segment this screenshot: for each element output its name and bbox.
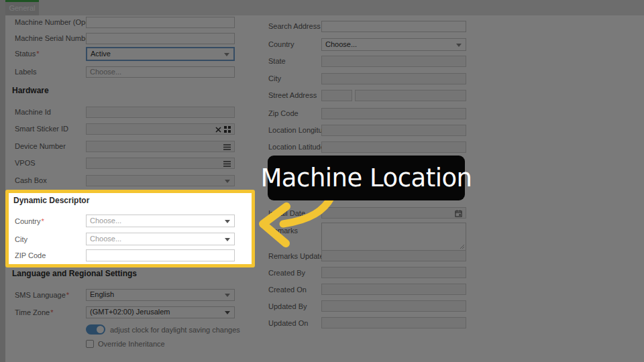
override-inheritance-checkbox[interactable]	[86, 340, 94, 348]
dst-toggle-label: adjust clock for daylight saving changes	[110, 324, 240, 336]
chevron-down-icon	[225, 311, 230, 314]
x-icon[interactable]	[215, 127, 221, 133]
status-select[interactable]: Active	[86, 47, 235, 61]
remarks-textarea[interactable]	[321, 223, 466, 251]
section-dynamic-descriptor: Dynamic Descriptor	[13, 196, 89, 205]
street-name-input[interactable]	[355, 90, 466, 101]
list-icon[interactable]	[223, 161, 231, 167]
latitude-input[interactable]	[321, 141, 466, 153]
section-hardware: Hardware	[12, 86, 49, 95]
chevron-down-icon	[225, 238, 230, 241]
chevron-down-icon	[224, 53, 229, 56]
dd-country-label: Country*	[15, 216, 44, 227]
country-label: Country	[268, 39, 294, 50]
install-date-label: Install Date	[268, 208, 305, 219]
sms-language-select[interactable]: English	[86, 289, 235, 301]
dd-city-select[interactable]: Choose...	[86, 233, 235, 245]
status-label: Status*	[15, 48, 39, 60]
machine-settings-page: General Machine Number (Operator) Machin…	[0, 0, 644, 362]
latitude-label: Location Latitude	[268, 141, 325, 153]
vpos-input[interactable]	[86, 158, 235, 169]
chevron-down-icon	[225, 220, 230, 223]
smart-sticker-label: Smart Sticker ID	[15, 123, 68, 135]
tab-strip: General	[0, 0, 644, 15]
required-mark: *	[42, 217, 44, 225]
device-number-label: Device Number	[15, 141, 66, 152]
cash-box-select[interactable]	[86, 175, 235, 186]
created-on-input[interactable]	[321, 284, 466, 295]
cash-box-label: Cash Box	[15, 175, 47, 186]
toggle-knob	[97, 326, 104, 333]
callout-text: Machine Location	[260, 164, 472, 192]
search-address-label: Search Address	[268, 21, 321, 32]
required-mark: *	[50, 308, 53, 316]
updated-on-input[interactable]	[321, 317, 466, 328]
search-address-input[interactable]	[321, 21, 466, 32]
remarks-updated-on-input[interactable]	[321, 250, 466, 261]
updated-on-label: Updated On	[268, 318, 308, 329]
remarks-label: Remarks	[268, 225, 298, 237]
dd-zip-label: ZIP Code	[15, 250, 46, 261]
labels-select[interactable]: Choose...	[86, 66, 235, 78]
required-mark: *	[36, 50, 39, 58]
labels-label: Labels	[15, 66, 36, 78]
dd-city-label: City	[15, 234, 28, 245]
created-by-input[interactable]	[321, 267, 466, 278]
calendar-icon[interactable]	[455, 210, 462, 217]
state-input[interactable]	[321, 56, 466, 67]
state-label: State	[268, 56, 286, 67]
smart-sticker-input[interactable]	[86, 123, 235, 135]
resize-handle-icon[interactable]	[460, 244, 465, 249]
install-date-input[interactable]	[321, 207, 466, 219]
machine-number-input[interactable]	[86, 17, 235, 28]
street-address-label: Street Address	[268, 90, 317, 101]
city-input[interactable]	[321, 73, 466, 84]
updated-by-input[interactable]	[321, 300, 466, 312]
chevron-down-icon	[225, 180, 230, 183]
dst-toggle[interactable]	[86, 324, 105, 335]
vpos-label: VPOS	[15, 158, 36, 169]
machine-serial-input[interactable]	[86, 33, 235, 44]
left-gutter	[0, 0, 5, 362]
grid-icon[interactable]	[224, 126, 231, 133]
time-zone-select[interactable]: (GMT+02:00) Jerusalem	[86, 306, 235, 318]
zip-code-input[interactable]	[321, 108, 466, 119]
street-number-input[interactable]	[321, 90, 352, 101]
dd-zip-input[interactable]	[86, 249, 235, 261]
updated-by-label: Updated By	[268, 301, 307, 312]
chevron-down-icon	[456, 44, 462, 47]
device-number-input[interactable]	[86, 141, 235, 152]
created-on-label: Created On	[268, 284, 307, 296]
tab-general[interactable]: General	[5, 0, 39, 15]
section-language: Language and Regional Settings	[12, 269, 137, 278]
country-select[interactable]: Choose...	[321, 38, 466, 51]
machine-location-callout: Machine Location	[268, 156, 465, 200]
required-mark: *	[66, 291, 69, 299]
time-zone-label: Time Zone*	[15, 307, 53, 318]
created-by-label: Created By	[268, 267, 305, 279]
dd-country-select[interactable]: Choose...	[86, 215, 235, 227]
longitude-input[interactable]	[321, 125, 466, 136]
tab-general-label: General	[5, 2, 39, 15]
machine-serial-label: Machine Serial Number	[15, 33, 92, 44]
chevron-down-icon	[225, 294, 230, 297]
override-inheritance-label: Override Inheritance	[98, 339, 165, 350]
list-icon[interactable]	[223, 144, 231, 150]
sms-language-label: SMS Language*	[15, 290, 69, 301]
city-label: City	[268, 73, 281, 84]
machine-id-label: Machine Id	[15, 107, 51, 118]
machine-id-input[interactable]	[86, 107, 235, 118]
zip-code-label: Zip Code	[268, 108, 299, 119]
